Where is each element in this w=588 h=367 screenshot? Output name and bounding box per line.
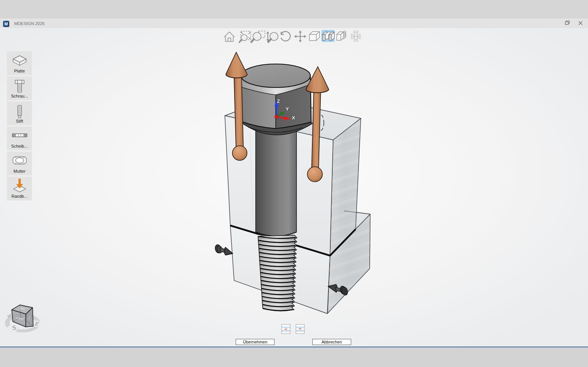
svg-text:X: X	[292, 115, 295, 121]
svg-text:Z: Z	[277, 98, 280, 104]
svg-text:Y: Y	[286, 106, 289, 112]
